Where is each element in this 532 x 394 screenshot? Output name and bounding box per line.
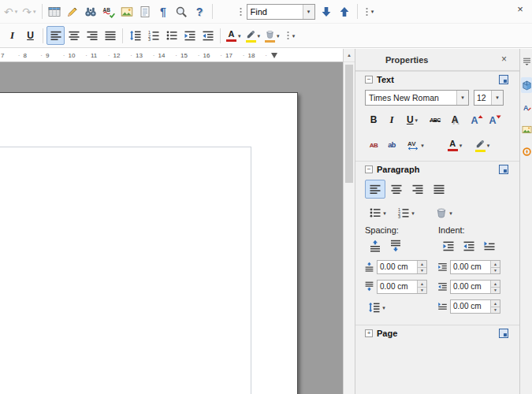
- gallery-tab[interactable]: [521, 121, 532, 137]
- text-more-options-button[interactable]: [499, 75, 508, 84]
- font-name-combobox[interactable]: Times New Roman ▾: [365, 90, 469, 106]
- styles-tab[interactable]: [521, 99, 532, 115]
- decrease-indent-button[interactable]: [199, 26, 217, 45]
- spin-down-button[interactable]: ▼: [418, 288, 426, 294]
- numbered-list-button[interactable]: [144, 26, 162, 45]
- decrease-paragraph-spacing-button[interactable]: [385, 236, 405, 255]
- bold-button[interactable]: B: [365, 110, 382, 129]
- gallery-button[interactable]: [118, 2, 136, 21]
- italic-button[interactable]: I: [3, 26, 21, 45]
- navigator-button[interactable]: [136, 2, 154, 21]
- formatting-marks-button[interactable]: ¶: [154, 2, 173, 21]
- redo-button[interactable]: ↷▾: [20, 2, 38, 21]
- numbered-list-button[interactable]: ▾: [393, 203, 419, 222]
- collapse-icon[interactable]: −: [365, 165, 373, 173]
- increase-paragraph-spacing-button[interactable]: [365, 236, 385, 255]
- below-paragraph-spacing-field[interactable]: 0.00 cm ▲▼: [377, 280, 427, 294]
- toolbar-drag-handle[interactable]: [240, 7, 242, 17]
- background-color-button[interactable]: ▾: [262, 26, 282, 45]
- spin-down-button[interactable]: ▼: [491, 307, 500, 314]
- align-right-button[interactable]: [83, 26, 101, 45]
- font-size-dropdown-button[interactable]: ▾: [491, 91, 503, 105]
- highlight-color-button[interactable]: ▾: [244, 26, 263, 45]
- increase-font-size-button[interactable]: [468, 110, 485, 129]
- toolbar-overflow-button[interactable]: ▾: [361, 2, 379, 21]
- character-spacing-button[interactable]: ▾: [403, 136, 428, 154]
- horizontal-ruler[interactable]: 7· 8· 9· 10· 11· 12· 13· 14· 15· 16· 17·…: [0, 49, 343, 62]
- align-right-button[interactable]: [407, 180, 428, 199]
- above-paragraph-spacing-field[interactable]: 0.00 cm ▲▼: [377, 260, 427, 274]
- align-left-button[interactable]: [365, 180, 385, 199]
- font-name-dropdown-button[interactable]: ▾: [456, 91, 468, 105]
- font-size-combobox[interactable]: 12 ▾: [474, 90, 504, 106]
- increase-indent-button[interactable]: [438, 236, 458, 255]
- font-color-button[interactable]: A ▾: [224, 26, 244, 45]
- find-dropdown-button[interactable]: ▾: [303, 5, 314, 19]
- uppercase-button[interactable]: AB: [365, 136, 382, 154]
- page-more-options-button[interactable]: [499, 329, 508, 338]
- document-page[interactable]: [0, 92, 298, 394]
- line-spacing-button[interactable]: [126, 26, 144, 45]
- paragraph-more-options-button[interactable]: [499, 165, 508, 174]
- shadow-button[interactable]: A: [446, 110, 463, 129]
- scroll-up-button[interactable]: ▲: [344, 49, 355, 62]
- spin-down-button[interactable]: ▼: [491, 268, 500, 274]
- text-section-header[interactable]: − Text: [355, 71, 519, 87]
- collapse-icon[interactable]: −: [365, 76, 373, 84]
- spin-up-button[interactable]: ▲: [491, 281, 500, 288]
- decrease-font-size-button[interactable]: [486, 110, 504, 129]
- highlight-color-button[interactable]: ▾: [470, 136, 495, 154]
- first-line-indent-field[interactable]: 0.00 cm ▲▼: [450, 299, 500, 314]
- after-text-indent-field[interactable]: 0.00 cm ▲▼: [450, 280, 500, 294]
- spelling-button[interactable]: [100, 2, 118, 21]
- spin-up-button[interactable]: ▲: [491, 300, 500, 307]
- properties-tab[interactable]: [521, 77, 532, 93]
- help-button[interactable]: ?: [191, 2, 209, 21]
- align-left-button[interactable]: [47, 26, 65, 45]
- align-center-button[interactable]: [65, 26, 83, 45]
- spin-up-button[interactable]: ▲: [418, 261, 426, 268]
- paragraph-background-button[interactable]: ▾: [430, 203, 457, 222]
- spin-up-button[interactable]: ▲: [418, 281, 426, 288]
- decrease-indent-button[interactable]: [459, 236, 478, 255]
- page-section-header[interactable]: + Page: [355, 325, 519, 340]
- toolbar-overflow-button[interactable]: ▾: [282, 26, 300, 45]
- sidebar-menu-icon[interactable]: [521, 53, 532, 69]
- spin-down-button[interactable]: ▼: [418, 268, 426, 274]
- bullet-list-button[interactable]: ▾: [365, 203, 390, 222]
- sidebar-close-icon[interactable]: ×: [501, 54, 507, 64]
- scrollbar-thumb[interactable]: [345, 65, 353, 183]
- document-canvas[interactable]: [0, 62, 343, 394]
- navigator-tab[interactable]: [521, 143, 532, 159]
- spin-up-button[interactable]: ▲: [491, 261, 500, 268]
- paragraph-section-header[interactable]: − Paragraph: [355, 161, 519, 177]
- expand-icon[interactable]: +: [365, 329, 373, 337]
- align-justify-button[interactable]: [429, 180, 449, 199]
- before-text-indent-field[interactable]: 0.00 cm ▲▼: [450, 260, 500, 274]
- find-input[interactable]: [247, 5, 303, 19]
- draw-functions-button[interactable]: [64, 2, 82, 21]
- close-icon[interactable]: ×: [513, 2, 527, 16]
- font-color-button[interactable]: A ▾: [442, 136, 467, 154]
- underline-button[interactable]: U▾: [401, 110, 423, 129]
- indent-marker[interactable]: [271, 53, 277, 58]
- find-next-button[interactable]: [318, 2, 336, 21]
- vertical-scrollbar[interactable]: ▲: [343, 49, 355, 394]
- align-center-button[interactable]: [386, 180, 407, 199]
- insert-table-button[interactable]: [46, 2, 64, 21]
- zoom-button[interactable]: [173, 2, 191, 21]
- align-justify-button[interactable]: [101, 26, 119, 45]
- underline-button[interactable]: U: [21, 26, 39, 45]
- hanging-indent-button[interactable]: [479, 236, 499, 255]
- find-previous-button[interactable]: [336, 2, 354, 21]
- line-spacing-button[interactable]: ▾: [363, 298, 390, 317]
- undo-button[interactable]: ↶▾: [2, 2, 20, 21]
- bullet-list-button[interactable]: [162, 26, 180, 45]
- lowercase-button[interactable]: ab: [383, 136, 400, 154]
- list-row: ▾ ▾ ▾: [355, 203, 519, 224]
- find-replace-button[interactable]: [82, 2, 100, 21]
- strikethrough-button[interactable]: ABC: [425, 110, 445, 129]
- spin-down-button[interactable]: ▼: [491, 288, 500, 294]
- increase-indent-button[interactable]: [180, 26, 199, 45]
- italic-button[interactable]: I: [383, 110, 400, 129]
